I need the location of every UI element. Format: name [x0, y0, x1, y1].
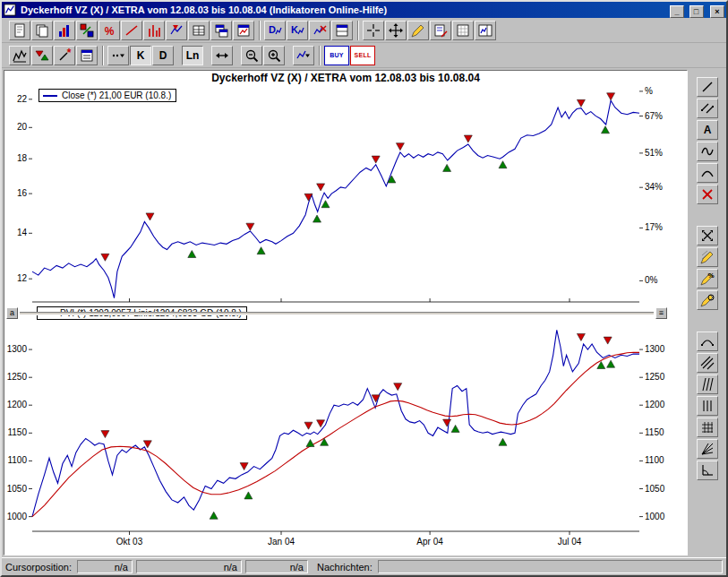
period-dropdown[interactable]: [211, 46, 233, 65]
vertical-lines-tool[interactable]: [697, 396, 718, 416]
svg-text:Jul 04: Jul 04: [558, 537, 582, 547]
daily-chart-button[interactable]: D: [152, 46, 174, 65]
new-panel-button[interactable]: [331, 21, 353, 40]
candle-chart-button[interactable]: K: [130, 46, 151, 65]
log-scale-button[interactable]: Ln: [182, 46, 203, 65]
draw-pen-button[interactable]: [407, 21, 429, 40]
chart-panel[interactable]: Dyckerhoff VZ (X) / XETRA vom 12.08.03 b…: [4, 70, 688, 555]
table-view-button[interactable]: [188, 21, 210, 40]
detail-k-button[interactable]: K: [287, 21, 308, 40]
signal-chart-button[interactable]: [166, 21, 187, 40]
windows-button[interactable]: [210, 21, 232, 40]
fan-lines-tool[interactable]: [697, 439, 718, 459]
grid-button[interactable]: [452, 21, 474, 40]
chart-title: Dyckerhoff VZ (X) / XETRA vom 12.08.03 b…: [4, 72, 687, 84]
buy-marker: [210, 512, 218, 519]
cross-lines-tool[interactable]: [697, 226, 718, 245]
svg-text:K: K: [291, 24, 298, 35]
percent-indicator-button[interactable]: %: [98, 21, 120, 40]
svg-text:22: 22: [17, 94, 28, 104]
svg-text:%: %: [707, 271, 714, 280]
sell-marker: [304, 422, 313, 429]
parallel-line-tool[interactable]: [697, 99, 718, 118]
zigzag-button[interactable]: [9, 46, 30, 65]
arc-tool[interactable]: [697, 163, 718, 183]
buy-marker: [244, 492, 253, 499]
chart-window-button[interactable]: [233, 21, 254, 40]
scale-dropdown[interactable]: [293, 46, 314, 65]
ellipse-pen-tool[interactable]: [697, 290, 718, 310]
splitter-a-button[interactable]: a: [6, 307, 18, 319]
svg-text:1250: 1250: [645, 372, 665, 382]
window-title: Dyckerhoff VZ (X) / XETRA vom 12.08.03 b…: [21, 4, 669, 15]
crosshair-button[interactable]: [363, 21, 384, 40]
svg-text:%: %: [645, 86, 653, 96]
buy-button[interactable]: BUY: [324, 46, 349, 65]
minimize-button[interactable]: _: [670, 5, 684, 18]
detail-d-button[interactable]: D: [264, 21, 286, 40]
sell-button[interactable]: SELL: [350, 46, 375, 65]
line-style-dropdown[interactable]: [107, 46, 129, 65]
toolbar-main: %DK: [2, 18, 726, 43]
sell-marker: [317, 184, 325, 191]
remove-indicator-button[interactable]: [309, 21, 330, 40]
svg-text:%: %: [105, 25, 115, 38]
notes-button[interactable]: [430, 21, 451, 40]
app-icon[interactable]: [4, 4, 18, 16]
trend-line-tool[interactable]: [697, 77, 718, 97]
histogram-indicator-button[interactable]: [143, 21, 165, 40]
svg-text:34%: 34%: [645, 182, 663, 192]
magic-pen-button[interactable]: *: [54, 46, 75, 65]
close-button[interactable]: ×: [710, 5, 724, 18]
toolbar-gap: [704, 312, 711, 332]
price-legend: Close (*) 21,00 EUR (10.8.): [39, 89, 176, 102]
text-tool[interactable]: A: [697, 120, 718, 140]
delete-drawing-tool[interactable]: [697, 185, 718, 204]
buy-marker: [443, 164, 451, 171]
line-indicator-button[interactable]: [121, 21, 142, 40]
svg-text:1000: 1000: [645, 512, 665, 521]
move-button[interactable]: [385, 21, 407, 40]
sell-marker: [396, 143, 404, 151]
layout-button[interactable]: [475, 21, 496, 40]
toolbar-separator: [259, 21, 261, 40]
zoom-out-button[interactable]: [241, 46, 262, 65]
splitter-right-button[interactable]: ≡: [655, 307, 667, 319]
svg-text:51%: 51%: [645, 148, 663, 158]
maximize-button[interactable]: □: [689, 5, 704, 18]
svg-text:16: 16: [17, 188, 28, 198]
signals-button[interactable]: [31, 46, 53, 65]
statusbar: Cursorposition: n/a n/a n/a Nachrichten:: [2, 557, 726, 575]
svg-text:1050: 1050: [645, 484, 665, 494]
sell-marker: [464, 135, 472, 142]
angle-tool[interactable]: [697, 461, 718, 480]
hatch-pen-tool[interactable]: [697, 247, 718, 267]
svg-text:12: 12: [17, 273, 28, 283]
chart-type-button[interactable]: [54, 21, 75, 40]
cursor-value-field: n/a: [245, 560, 308, 573]
diagonal-hatch-tool[interactable]: [697, 353, 718, 373]
buy-marker: [188, 251, 196, 258]
copy-chart-button[interactable]: [31, 21, 53, 40]
svg-text:1200: 1200: [645, 400, 665, 409]
cursor-position-label: Cursorposition:: [5, 562, 72, 573]
svg-text:1300: 1300: [7, 344, 28, 354]
svg-text:*: *: [67, 48, 72, 59]
buy-marker: [499, 161, 507, 168]
titlebar[interactable]: Dyckerhoff VZ (X) / XETRA vom 12.08.03 b…: [2, 2, 726, 18]
sell-marker: [101, 254, 109, 261]
zoom-in-button[interactable]: [263, 46, 285, 65]
chart-splitter[interactable]: [20, 312, 654, 315]
percent-pen-tool[interactable]: %: [697, 269, 718, 288]
arc-segment-tool[interactable]: [697, 332, 718, 351]
data-transfer-button[interactable]: [76, 21, 98, 40]
grid-lines-tool[interactable]: [697, 418, 718, 437]
freehand-curve-tool[interactable]: [697, 142, 718, 161]
new-chart-button[interactable]: [9, 21, 30, 40]
steep-hatch-tool[interactable]: [697, 375, 718, 394]
svg-text:1000: 1000: [7, 512, 28, 521]
svg-text:1150: 1150: [7, 427, 27, 437]
toolbar-separator: [319, 46, 321, 65]
properties-button[interactable]: [76, 46, 98, 65]
sell-marker: [604, 337, 612, 344]
